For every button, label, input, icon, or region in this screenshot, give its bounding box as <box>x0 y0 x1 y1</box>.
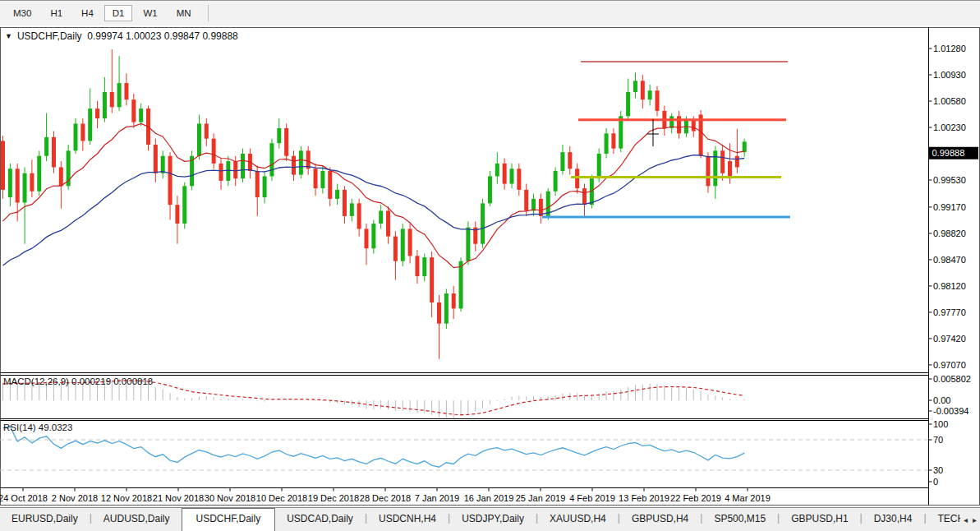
chart-canvas[interactable]: 1.012801.009301.005801.002300.995300.991… <box>0 27 980 506</box>
chart-tab-usdjpy-daily[interactable]: USDJPY,Daily <box>450 508 536 531</box>
macd-axis-tick: -0.00394 <box>933 406 968 416</box>
chart-tabbar: EURUSD,Daily|AUDUSD,DailyUSDCHF,DailyUSD… <box>0 507 980 531</box>
price-tick: 0.99170 <box>933 202 966 212</box>
macd-values: 0.000219 0.000818 <box>71 376 153 386</box>
price-tick: 0.97770 <box>933 307 966 317</box>
timeframe-button-m30[interactable]: M30 <box>5 5 39 21</box>
chart-tab-usdchf-daily[interactable]: USDCHF,Daily <box>182 508 276 531</box>
timeframe-button-h1[interactable]: H1 <box>42 5 71 21</box>
chart-tab-eurusd-daily[interactable]: EURUSD,Daily <box>0 508 90 531</box>
date-tick: 28 Dec 2018 <box>360 493 411 503</box>
chart-tab-sp500-m15[interactable]: SP500,M15 <box>702 508 777 531</box>
price-tick: 1.01280 <box>933 44 966 53</box>
rsi-value: 49.0323 <box>39 422 73 432</box>
price-tick: 0.98470 <box>933 255 966 265</box>
price-tick: 0.98820 <box>933 229 966 238</box>
rsi-axis-tick: 100 <box>933 419 948 429</box>
price-tick: 0.97070 <box>933 360 966 370</box>
timeframe-button-h4[interactable]: H4 <box>73 5 102 21</box>
symbol-dropdown-icon[interactable]: ▼ <box>5 32 12 40</box>
date-tick: 4 Feb 2019 <box>569 493 615 503</box>
tab-scroll-right-icon[interactable]: ▸ <box>973 515 977 524</box>
rsi-indicator-label: RSI(14) 49.0323 <box>3 422 72 432</box>
toolbar-separator <box>208 5 209 21</box>
price-tick: 1.00930 <box>933 70 966 80</box>
tab-scroll-buttons: ◂ ▸ <box>960 508 980 531</box>
current-price-label: 0.99888 <box>932 148 965 158</box>
timeframe-button-w1[interactable]: W1 <box>135 5 165 21</box>
chart-tab-xauusd-h4[interactable]: XAUUSD,H4 <box>538 508 618 531</box>
date-tick: 21 Nov 2018 <box>153 493 204 503</box>
date-tick: 2 Nov 2018 <box>52 493 98 503</box>
date-tick: 25 Jan 2019 <box>516 493 566 503</box>
chart-title: ▼USDCHF,Daily 0.99974 1.00023 0.99847 0.… <box>5 30 238 42</box>
chart-tab-usdcad-daily[interactable]: USDCAD,Daily <box>275 508 365 531</box>
date-tick: 24 Oct 2018 <box>0 493 48 503</box>
date-tick: 4 Mar 2019 <box>725 493 771 503</box>
chart-symbol-label: USDCHF,Daily <box>17 30 82 42</box>
price-tick: 1.00230 <box>933 122 966 132</box>
rsi-axis-tick: 0 <box>933 477 938 487</box>
macd-name: MACD(12,26,9) <box>3 376 69 386</box>
macd-indicator-label: MACD(12,26,9) 0.000219 0.000818 <box>3 376 153 386</box>
mt4-window: { "toolbar": { "timeframes": [ {"label":… <box>0 0 980 531</box>
macd-axis-tick: 0.00 <box>933 395 950 405</box>
date-tick: 19 Dec 2018 <box>308 493 359 503</box>
chart-tab-audusd-daily[interactable]: AUDUSD,Daily <box>92 508 182 531</box>
date-tick: 30 Nov 2018 <box>205 493 255 503</box>
price-tick: 0.97420 <box>933 334 966 344</box>
date-tick: 12 Nov 2018 <box>101 493 152 503</box>
price-tick: 0.99530 <box>933 175 966 185</box>
timeframe-button-mn[interactable]: MN <box>168 5 200 21</box>
rsi-axis-tick: 70 <box>933 435 943 445</box>
date-tick: 16 Jan 2019 <box>464 493 514 503</box>
tab-scroll-left-icon[interactable]: ◂ <box>964 515 968 524</box>
rsi-axis-tick: 30 <box>933 465 943 475</box>
date-tick: 7 Jan 2019 <box>415 493 459 503</box>
date-tick: 13 Feb 2019 <box>619 493 669 503</box>
chart-tab-gbpusd-h4[interactable]: GBPUSD,H4 <box>620 508 700 531</box>
macd-axis-tick: 0.005802 <box>933 374 971 384</box>
date-tick: 10 Dec 2018 <box>256 493 307 503</box>
chart-window: 1.012801.009301.005801.002300.995300.991… <box>0 27 980 506</box>
chart-tab-dj30-h4[interactable]: DJ30,H4 <box>863 508 924 531</box>
date-tick: 22 Feb 2019 <box>670 493 721 503</box>
price-tick: 1.00580 <box>933 96 966 106</box>
timeframe-toolbar: M30H1H4D1W1MN <box>0 0 980 25</box>
chart-tab-usdcnh-h4[interactable]: USDCNH,H4 <box>367 508 448 531</box>
rsi-name: RSI(14) <box>3 422 36 432</box>
timeframe-button-d1[interactable]: D1 <box>104 5 133 21</box>
price-tick: 0.98120 <box>933 281 966 291</box>
chart-ohlc-values: 0.99974 1.00023 0.99847 0.99888 <box>87 30 238 42</box>
chart-tab-gbpusd-h1[interactable]: GBPUSD,H1 <box>780 508 859 531</box>
